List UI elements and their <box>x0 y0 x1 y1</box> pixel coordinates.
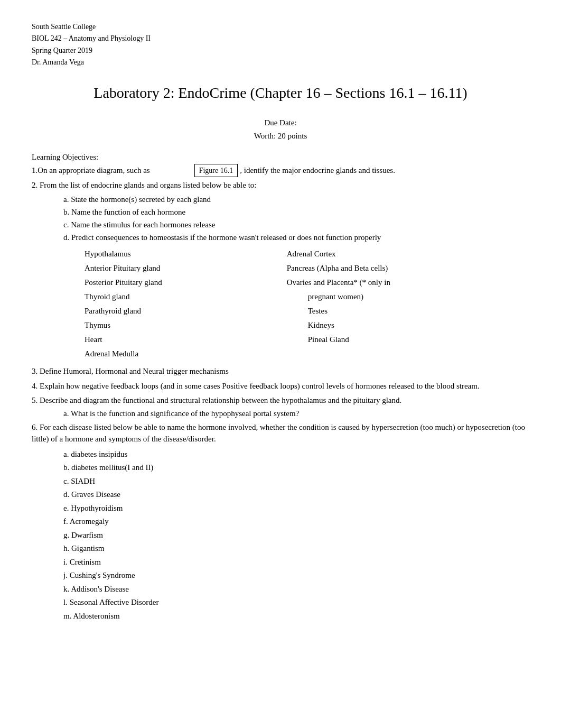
gland-pregnant: pregnant women) <box>287 290 529 304</box>
glands-right-col: Adrenal Cortex Pancreas (Alpha and Beta … <box>287 247 529 361</box>
instructor: Dr. Amanda Vega <box>32 57 529 68</box>
objective-5a: a. What is the function and significance… <box>32 409 529 418</box>
objective-6: 6. For each disease listed below be able… <box>32 421 529 445</box>
obj1-prefix: 1.On an appropriate diagram, such as <box>32 164 150 177</box>
disease-f: Acromegaly <box>63 515 529 529</box>
gland-parathyroid: Parathyroid gland <box>85 304 287 318</box>
objective-5: 5. Describe and diagram the functional a… <box>32 394 529 407</box>
gland-ovaries: Ovaries and Placenta* (* only in <box>287 275 529 290</box>
glands-section: Hypothalamus Anterior Pituitary gland Po… <box>32 247 529 361</box>
objective-1: 1.On an appropriate diagram, such as Fig… <box>32 164 529 177</box>
disease-b: diabetes mellitus(I and II) <box>63 461 529 475</box>
objective-2: 2. From the list of endocrine glands and… <box>32 179 529 191</box>
obj6-text: 6. For each disease listed below be able… <box>32 421 529 445</box>
disease-a: diabetes insipidus <box>63 448 529 462</box>
objective-3: 3. Define Humoral, Hormonal and Neural t… <box>32 365 529 377</box>
obj5a-text: a. What is the function and significance… <box>63 409 299 418</box>
obj4-text: 4. Explain how negative feedback loops (… <box>32 380 529 392</box>
obj2-sub-b: Name the function of each hormone <box>63 206 529 218</box>
gland-pineal: Pineal Gland <box>287 333 529 347</box>
worth-label: Worth: 20 points <box>32 130 529 143</box>
gland-kidneys: Kidneys <box>287 318 529 333</box>
due-date-label: Due Date: <box>32 116 529 130</box>
disease-list: diabetes insipidus diabetes mellitus(I a… <box>32 448 529 623</box>
gland-adrenal-medulla: Adrenal Medulla <box>85 347 287 361</box>
institution: South Seattle College <box>32 21 529 33</box>
gland-anterior-pit: Anterior Pituitary gland <box>85 261 287 275</box>
obj3-text: 3. Define Humoral, Hormonal and Neural t… <box>32 365 529 377</box>
disease-g: Dwarfism <box>63 529 529 542</box>
learning-objectives-label: Learning Objectives: <box>32 153 529 162</box>
due-date-section: Due Date: Worth: 20 points <box>32 116 529 143</box>
gland-adrenal-cortex: Adrenal Cortex <box>287 247 529 261</box>
objective-4: 4. Explain how negative feedback loops (… <box>32 380 529 392</box>
disease-i: Cretinism <box>63 556 529 569</box>
obj2-sub-d: Predict consequences to homeostasis if t… <box>63 231 529 244</box>
course: BIOL 242 – Anatomy and Physiology II <box>32 33 529 44</box>
objective-2-sublist: State the hormone(s) secreted by each gl… <box>32 193 529 244</box>
glands-left-col: Hypothalamus Anterior Pituitary gland Po… <box>85 247 287 361</box>
gland-heart: Heart <box>85 333 287 347</box>
obj2-sub-a: State the hormone(s) secreted by each gl… <box>63 193 529 206</box>
header-block: South Seattle College BIOL 242 – Anatomy… <box>32 21 529 69</box>
gland-testes: Testes <box>287 304 529 318</box>
disease-m: Aldosteronism <box>63 610 529 623</box>
gland-thymus: Thymus <box>85 318 287 333</box>
obj5-text: 5. Describe and diagram the functional a… <box>32 394 529 407</box>
gland-thyroid: Thyroid gland <box>85 290 287 304</box>
disease-h: Gigantism <box>63 542 529 556</box>
disease-l: Seasonal Affective Disorder <box>63 596 529 610</box>
disease-c: SIADH <box>63 475 529 489</box>
gland-posterior-pit: Posterior Pituitary gland <box>85 275 287 290</box>
disease-j: Cushing's Syndrome <box>63 569 529 583</box>
disease-d: Graves Disease <box>63 488 529 502</box>
figure-box: Figure 16.1 <box>194 164 238 177</box>
obj1-suffix: , identify the major endocrine glands an… <box>240 164 395 177</box>
gland-hypothalamus: Hypothalamus <box>85 247 287 261</box>
obj2-sub-c: Name the stimulus for each hormones rele… <box>63 218 529 231</box>
disease-e: Hypothyroidism <box>63 502 529 515</box>
term: Spring Quarter 2019 <box>32 45 529 57</box>
page-title: Laboratory 2: EndoCrime (Chapter 16 – Se… <box>32 85 529 102</box>
disease-k: Addison's Disease <box>63 583 529 596</box>
gland-pancreas: Pancreas (Alpha and Beta cells) <box>287 261 529 275</box>
obj2-text: 2. From the list of endocrine glands and… <box>32 181 256 189</box>
